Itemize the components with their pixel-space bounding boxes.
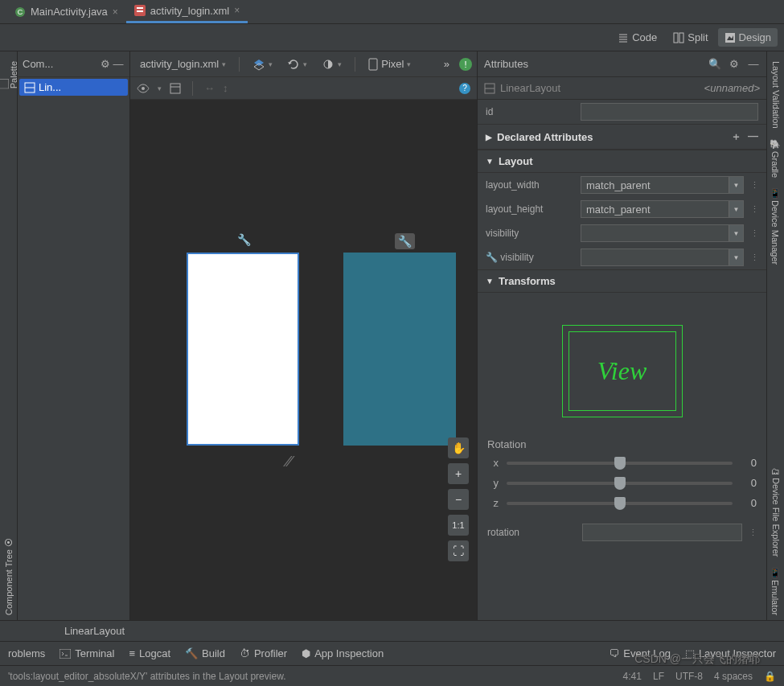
cursor-position[interactable]: 4:41 xyxy=(623,671,642,682)
zoom-1to1-button[interactable]: 1:1 xyxy=(448,515,469,536)
tool-problems[interactable]: roblems xyxy=(8,647,45,659)
svg-point-17 xyxy=(142,87,145,90)
blueprint-preview[interactable] xyxy=(343,253,456,446)
orientation-button[interactable]: ▾ xyxy=(282,55,312,73)
zoom-in-button[interactable]: + xyxy=(448,463,469,484)
file-dropdown[interactable]: activity_login.xml ▾ xyxy=(135,55,231,72)
section-transforms[interactable]: ▼ Transforms xyxy=(478,269,766,293)
component-tree-panel: Com... ⚙ — Lin... xyxy=(18,51,130,620)
blueprint-icon[interactable] xyxy=(170,83,181,94)
flag-icon[interactable]: ⋮ xyxy=(750,204,758,215)
add-icon[interactable]: ＋ xyxy=(731,129,741,144)
horizontal-arrows-icon[interactable]: ↔ xyxy=(204,82,215,94)
tree-item-linearlayout[interactable]: Lin... xyxy=(19,79,128,96)
tool-layout-inspector[interactable]: ⬚Layout Inspector xyxy=(685,647,776,659)
zoom-out-button[interactable]: − xyxy=(448,489,469,510)
minimize-icon[interactable]: — xyxy=(112,58,125,70)
tool-profiler[interactable]: ⏱Profiler xyxy=(240,647,287,659)
design-preview[interactable] xyxy=(187,253,299,446)
night-mode-button[interactable]: ▾ xyxy=(317,55,347,73)
close-icon[interactable]: × xyxy=(234,5,240,16)
linearlayout-icon xyxy=(484,83,495,94)
line-ending[interactable]: LF xyxy=(653,671,664,682)
tab-mainactivity[interactable]: C MainActivity.java × xyxy=(6,1,126,23)
gear-icon[interactable]: ⚙ xyxy=(99,58,112,70)
rail-component-tree[interactable]: Component Tree ⦿ xyxy=(4,533,14,620)
view-split-label: Split xyxy=(688,31,708,43)
chevron-down-icon: ▼ xyxy=(486,157,494,166)
view-split-button[interactable]: Split xyxy=(667,28,714,47)
zoom-controls: ✋ + − 1:1 ⛶ xyxy=(448,437,469,561)
rotation-block: Rotation x 0 y 0 z 0 xyxy=(478,433,766,541)
rail-device-manager[interactable]: 📱 Device Manager xyxy=(770,183,781,269)
view-design-button[interactable]: Design xyxy=(718,28,778,47)
design-surface-button[interactable]: ▾ xyxy=(248,55,277,73)
view-mode-bar: Code Split Design xyxy=(0,24,784,51)
warning-badge[interactable]: ! xyxy=(459,58,472,71)
tool-terminal[interactable]: Terminal xyxy=(60,647,114,659)
attr-tools-visibility-dropdown[interactable]: ▼ xyxy=(581,249,744,266)
flag-icon[interactable]: ⋮ xyxy=(750,180,758,191)
tab-activity-login[interactable]: activity_login.xml × xyxy=(126,1,248,23)
rail-layout-validation[interactable]: Layout Validation xyxy=(771,56,781,134)
xml-layout-icon xyxy=(134,5,146,16)
info-badge[interactable]: ? xyxy=(459,83,470,94)
eye-icon[interactable] xyxy=(137,84,150,93)
rotate-icon xyxy=(287,58,300,71)
attributes-panel: Attributes 🔍 ⚙ — LinearLayout <unnamed> … xyxy=(477,51,766,620)
flag-icon[interactable]: ⋮ xyxy=(749,528,757,538)
flag-icon[interactable]: ⋮ xyxy=(750,253,758,263)
encoding[interactable]: UTF-8 xyxy=(675,671,703,682)
design-canvas-column: activity_login.xml ▾ ▾ ▾ ▾ Pixel ▾ » ! ▾… xyxy=(130,51,477,620)
rotation-x-value: 0 xyxy=(741,457,757,469)
svg-rect-9 xyxy=(0,79,9,88)
attr-width-dropdown[interactable]: match_parent▼ xyxy=(581,176,744,194)
rail-emulator[interactable]: 📱 Emulator xyxy=(770,562,781,620)
lock-icon[interactable]: 🔒 xyxy=(764,671,776,682)
design-canvas[interactable]: 🔧 🔧 ⁄⁄ ✋ + − 1:1 ⛶ xyxy=(130,100,477,620)
attr-visibility-dropdown[interactable]: ▼ xyxy=(581,224,744,242)
view-design-label: Design xyxy=(739,31,771,43)
panel-title: Com... xyxy=(23,58,99,70)
build-icon: 🔨 xyxy=(185,647,198,659)
attr-rotation-input[interactable] xyxy=(582,524,742,541)
tool-app-inspection[interactable]: ⬢App Inspection xyxy=(302,647,384,659)
rotation-x-slider[interactable] xyxy=(507,462,733,465)
resize-handle-icon[interactable]: ⁄⁄ xyxy=(287,454,292,470)
wrench-icon[interactable]: 🔧 xyxy=(395,233,415,249)
tool-event-log[interactable]: 🗨Event Log xyxy=(609,647,671,659)
flag-icon[interactable]: ⋮ xyxy=(750,228,758,239)
section-layout[interactable]: ▼ Layout xyxy=(478,150,766,173)
view-code-button[interactable]: Code xyxy=(611,28,663,47)
indent-setting[interactable]: 4 spaces xyxy=(714,671,753,682)
tool-logcat[interactable]: ≡Logcat xyxy=(129,647,170,659)
chevron-down-icon: ▼ xyxy=(729,249,743,265)
overflow-button[interactable]: » xyxy=(439,55,454,72)
close-icon[interactable]: × xyxy=(113,6,118,18)
attr-id-label: id xyxy=(486,106,574,117)
attr-height-dropdown[interactable]: match_parent▼ xyxy=(581,200,744,218)
svg-rect-6 xyxy=(679,33,683,43)
svg-rect-22 xyxy=(60,649,71,659)
remove-icon[interactable]: — xyxy=(748,129,758,144)
section-declared-attributes[interactable]: ▶ Declared Attributes ＋— xyxy=(478,124,766,150)
vertical-arrows-icon[interactable]: ↕ xyxy=(223,82,228,94)
rail-gradle[interactable]: 🐘 Gradle xyxy=(770,134,781,183)
device-dropdown[interactable]: Pixel ▾ xyxy=(363,55,416,73)
attributes-header: Attributes 🔍 ⚙ — xyxy=(478,51,766,77)
minimize-icon[interactable]: — xyxy=(747,58,760,70)
rail-device-file-explorer[interactable]: 🗂 Device File Explorer xyxy=(771,462,781,561)
attr-id-input[interactable] xyxy=(581,103,758,121)
terminal-icon xyxy=(60,649,71,659)
tool-build[interactable]: 🔨Build xyxy=(185,647,225,659)
gear-icon[interactable]: ⚙ xyxy=(728,58,741,70)
rotation-z-slider[interactable] xyxy=(507,502,733,505)
pan-button[interactable]: ✋ xyxy=(448,437,469,458)
rotation-y-row: y 0 xyxy=(487,477,757,489)
zoom-fit-button[interactable]: ⛶ xyxy=(448,540,469,561)
rail-palette[interactable]: Palette xyxy=(0,56,18,93)
search-icon[interactable]: 🔍 xyxy=(708,58,721,70)
breadcrumb-item[interactable]: LinearLayout xyxy=(64,625,125,637)
rotation-y-slider[interactable] xyxy=(507,482,733,485)
wrench-icon[interactable]: 🔧 xyxy=(237,233,251,246)
